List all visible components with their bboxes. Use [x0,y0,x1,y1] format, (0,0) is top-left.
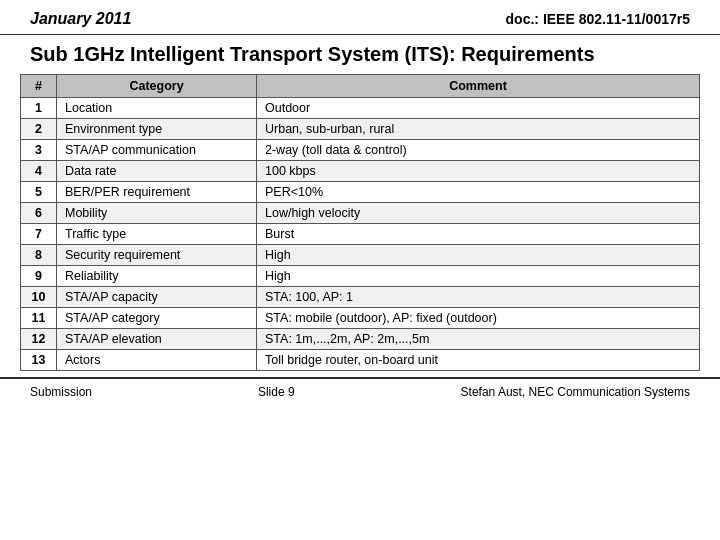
cell-comment: 100 kbps [257,161,700,182]
cell-category: Reliability [57,266,257,287]
cell-num: 8 [21,245,57,266]
requirements-table-wrapper: # Category Comment 1LocationOutdoor2Envi… [0,74,720,371]
table-row: 10STA/AP capacitySTA: 100, AP: 1 [21,287,700,308]
table-row: 4Data rate100 kbps [21,161,700,182]
table-row: 7Traffic typeBurst [21,224,700,245]
footer-right: Stefan Aust, NEC Communication Systems [461,385,690,399]
footer-left: Submission [30,385,92,399]
table-row: 3STA/AP communication2-way (toll data & … [21,140,700,161]
cell-category: STA/AP communication [57,140,257,161]
col-header-num: # [21,75,57,98]
cell-comment: PER<10% [257,182,700,203]
requirements-table: # Category Comment 1LocationOutdoor2Envi… [20,74,700,371]
cell-comment: Toll bridge router, on-board unit [257,350,700,371]
cell-comment: High [257,245,700,266]
table-row: 9ReliabilityHigh [21,266,700,287]
cell-category: STA/AP elevation [57,329,257,350]
cell-category: Data rate [57,161,257,182]
cell-num: 7 [21,224,57,245]
cell-num: 12 [21,329,57,350]
cell-category: Security requirement [57,245,257,266]
table-row: 2Environment typeUrban, sub-urban, rural [21,119,700,140]
table-row: 13ActorsToll bridge router, on-board uni… [21,350,700,371]
cell-num: 11 [21,308,57,329]
cell-comment: Urban, sub-urban, rural [257,119,700,140]
cell-comment: STA: 1m,...,2m, AP: 2m,...,5m [257,329,700,350]
cell-category: Traffic type [57,224,257,245]
header-doc: doc.: IEEE 802.11-11/0017r5 [506,11,690,27]
cell-num: 4 [21,161,57,182]
cell-category: BER/PER requirement [57,182,257,203]
cell-category: Actors [57,350,257,371]
table-row: 12STA/AP elevationSTA: 1m,...,2m, AP: 2m… [21,329,700,350]
cell-category: STA/AP capacity [57,287,257,308]
cell-num: 2 [21,119,57,140]
cell-comment: Burst [257,224,700,245]
header-date: January 2011 [30,10,131,28]
footer: Submission Slide 9 Stefan Aust, NEC Comm… [0,377,720,405]
header: January 2011 doc.: IEEE 802.11-11/0017r5 [0,0,720,35]
cell-num: 3 [21,140,57,161]
cell-num: 6 [21,203,57,224]
cell-comment: High [257,266,700,287]
cell-num: 9 [21,266,57,287]
cell-category: Environment type [57,119,257,140]
cell-comment: STA: 100, AP: 1 [257,287,700,308]
cell-category: Mobility [57,203,257,224]
cell-category: Location [57,98,257,119]
col-header-comment: Comment [257,75,700,98]
cell-comment: STA: mobile (outdoor), AP: fixed (outdoo… [257,308,700,329]
table-header-row: # Category Comment [21,75,700,98]
table-row: 8Security requirementHigh [21,245,700,266]
cell-comment: Low/high velocity [257,203,700,224]
cell-num: 13 [21,350,57,371]
footer-center: Slide 9 [258,385,295,399]
cell-num: 10 [21,287,57,308]
cell-category: STA/AP category [57,308,257,329]
table-row: 1LocationOutdoor [21,98,700,119]
col-header-category: Category [57,75,257,98]
cell-comment: Outdoor [257,98,700,119]
table-row: 5BER/PER requirementPER<10% [21,182,700,203]
table-row: 6MobilityLow/high velocity [21,203,700,224]
cell-num: 5 [21,182,57,203]
cell-num: 1 [21,98,57,119]
cell-comment: 2-way (toll data & control) [257,140,700,161]
page-title: Sub 1GHz Intelligent Transport System (I… [0,35,720,74]
table-row: 11STA/AP categorySTA: mobile (outdoor), … [21,308,700,329]
